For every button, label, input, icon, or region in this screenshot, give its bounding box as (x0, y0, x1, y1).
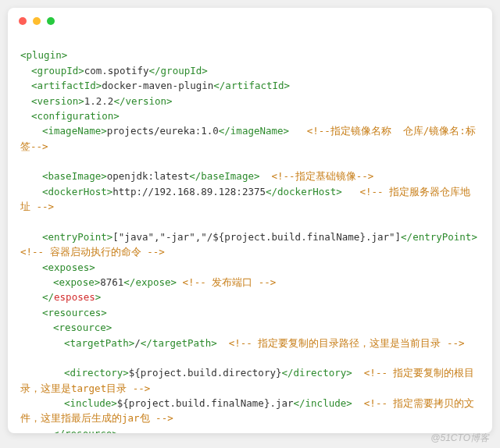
text-artifactId: docker-maven-plugin (102, 80, 213, 91)
tag-targetPath-open: <targetPath> (64, 337, 134, 349)
tag-version-close: </version> (113, 95, 172, 107)
tag-directory-close: </directory> (281, 367, 352, 379)
tag-dockerHost-close: </dockerHost> (266, 186, 342, 197)
tag-imageName-open: <imageName> (42, 125, 107, 137)
tag-imageName-close: </imageName> (219, 125, 289, 137)
code-window: <plugin> <groupId>com.spotify</groupId> … (8, 8, 492, 433)
tag-groupId-open: <groupId> (31, 65, 84, 76)
tag-groupId-close: </groupId> (149, 65, 208, 76)
tag-dockerHost-open: <dockerHost> (42, 186, 112, 197)
zoom-icon[interactable] (47, 17, 55, 25)
text-dockerHost: http://192.168.89.128:2375 (112, 186, 266, 197)
tag-entryPoint-close: </entryPoint> (401, 231, 477, 243)
close-icon[interactable] (19, 17, 27, 25)
text-expose: 8761 (100, 276, 123, 288)
window-titlebar (8, 8, 492, 30)
tag-esposes-close-b: > (95, 291, 102, 303)
tag-configuration-open: <configuration> (31, 110, 120, 122)
tag-entryPoint-open: <entryPoint> (42, 231, 112, 243)
code-block: <plugin> <groupId>com.spotify</groupId> … (8, 30, 492, 433)
comment-expose: <!-- 发布端口 --> (183, 276, 277, 288)
watermark-text: @51CTO博客 (430, 432, 489, 445)
text-version: 1.2.2 (84, 95, 114, 107)
tag-esposes-close-a: </ (42, 291, 54, 303)
text-groupId: com.spotify (84, 65, 149, 76)
tag-include-close: </include> (294, 397, 352, 409)
comment-targetPath: <!-- 指定要复制的目录路径，这里是当前目录 --> (229, 337, 465, 349)
tag-expose-close: </expose> (123, 276, 177, 288)
text-directory: ${project.build.directory} (129, 367, 282, 379)
tag-artifactId-close: </artifactId> (213, 80, 290, 91)
text-entryPoint: ["java","-jar","/${project.build.finalNa… (112, 231, 401, 243)
tag-resources-open: <resources> (42, 307, 107, 318)
tag-esposes-close-err: esposes (54, 291, 95, 303)
text-imageName: projects/eureka:1.0 (107, 125, 219, 137)
tag-exposes-open: <exposes> (42, 261, 95, 273)
text-baseImage: openjdk:latest (107, 170, 189, 182)
tag-plugin-open: <plugin> (20, 49, 67, 61)
comment-entryPoint: <!-- 容器启动执行的命令 --> (20, 246, 165, 258)
tag-version-open: <version> (31, 95, 84, 107)
tag-targetPath-close: </targetPath> (141, 337, 217, 349)
tag-expose-open: <expose> (53, 276, 100, 288)
tag-resource-close: </resource> (53, 428, 118, 433)
minimize-icon[interactable] (33, 17, 41, 25)
tag-baseImage-close: </baseImage> (189, 170, 259, 182)
tag-directory-open: <directory> (64, 367, 129, 379)
text-targetPath: / (134, 337, 141, 349)
tag-resource-open: <resource> (53, 322, 112, 333)
tag-baseImage-open: <baseImage> (42, 170, 107, 182)
text-include: ${project.build.finalName}.jar (117, 397, 294, 409)
tag-include-open: <include> (64, 397, 117, 409)
comment-baseImage: <!--指定基础镜像--> (272, 170, 374, 182)
tag-artifactId-open: <artifactId> (31, 80, 102, 91)
